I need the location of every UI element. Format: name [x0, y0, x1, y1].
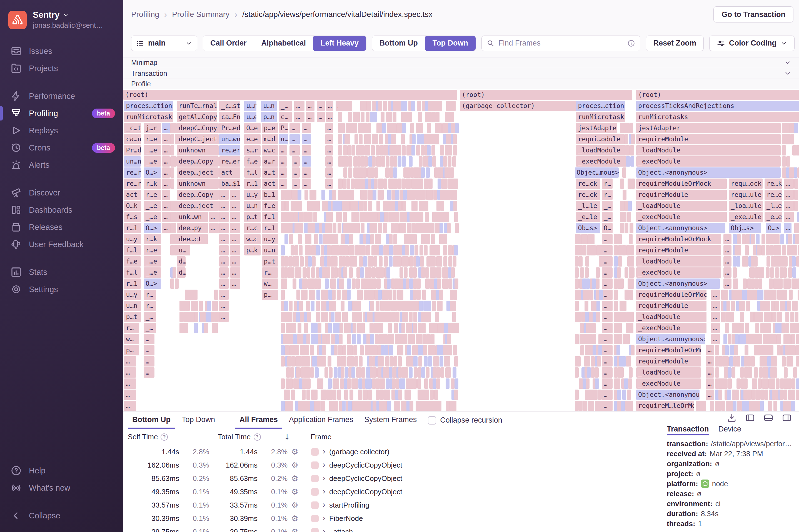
flame-frame[interactable]: [404, 267, 408, 278]
flame-frame[interactable]: [629, 401, 633, 411]
flame-frame[interactable]: [396, 378, 400, 389]
flame-frame[interactable]: [403, 190, 407, 200]
flame-frame[interactable]: [182, 301, 186, 311]
flame-frame[interactable]: re…ck: [576, 190, 600, 200]
flame-frame[interactable]: [430, 390, 434, 400]
flame-frame[interactable]: d…: [177, 267, 186, 278]
flame-frame[interactable]: [791, 334, 795, 344]
flame-frame[interactable]: [303, 401, 307, 411]
flame-frame[interactable]: [742, 301, 745, 311]
flame-frame[interactable]: [453, 290, 457, 300]
flame-frame[interactable]: [627, 356, 631, 366]
flame-frame[interactable]: [787, 301, 791, 311]
flame-frame[interactable]: r…1: [262, 223, 278, 233]
flame-frame[interactable]: [383, 101, 387, 111]
flame-frame[interactable]: [370, 167, 374, 178]
flame-frame[interactable]: …: [230, 267, 240, 278]
flame-frame[interactable]: u…n: [244, 101, 256, 111]
flame-frame[interactable]: Pr…d: [124, 145, 141, 155]
flame-frame[interactable]: [359, 290, 363, 300]
flame-frame[interactable]: p…t: [244, 212, 260, 222]
flame-frame[interactable]: [321, 190, 325, 200]
search-input[interactable]: [498, 39, 623, 48]
flame-frame[interactable]: [737, 256, 740, 267]
flame-frame[interactable]: …: [162, 190, 170, 200]
flame-frame[interactable]: (garbage collector): [460, 101, 576, 111]
flame-frame[interactable]: u…: [279, 134, 288, 145]
flame-frame[interactable]: [342, 345, 346, 356]
flame-frame[interactable]: [579, 401, 582, 411]
flame-frame[interactable]: [795, 312, 798, 322]
flame-frame[interactable]: [782, 356, 786, 366]
flame-frame[interactable]: [722, 401, 725, 411]
flame-frame[interactable]: …: [144, 334, 154, 344]
gear-icon[interactable]: ⚙: [287, 460, 302, 470]
chevron-right-icon[interactable]: ›: [322, 447, 325, 455]
flame-frame[interactable]: [403, 334, 407, 344]
flame-frame[interactable]: [631, 134, 635, 145]
flame-frame[interactable]: [585, 312, 589, 322]
flame-frame[interactable]: [377, 279, 380, 289]
flame-frame[interactable]: [797, 212, 799, 222]
flame-frame[interactable]: f…l: [244, 167, 260, 178]
flame-frame[interactable]: _execModule: [636, 378, 701, 389]
flame-frame[interactable]: [614, 256, 618, 267]
flame-frame[interactable]: …: [602, 267, 613, 278]
flame-frame[interactable]: [289, 401, 293, 411]
flame-frame[interactable]: [363, 334, 367, 344]
flame-frame[interactable]: _…e: [144, 267, 161, 278]
flame-frame[interactable]: r…c: [244, 223, 260, 233]
chevron-right-icon[interactable]: ›: [322, 487, 325, 495]
flame-frame[interactable]: [387, 279, 391, 289]
flame-frame[interactable]: [589, 334, 593, 344]
flame-frame[interactable]: …: [711, 301, 720, 311]
flame-frame[interactable]: [772, 390, 776, 400]
collapse-recursion-checkbox[interactable]: [428, 416, 436, 424]
flame-frame[interactable]: [770, 267, 774, 278]
flame-frame[interactable]: [359, 356, 363, 366]
flame-frame[interactable]: [413, 356, 417, 366]
flame-frame[interactable]: requ…ule: [729, 190, 763, 200]
flame-frame[interactable]: [751, 390, 755, 400]
flame-frame[interactable]: [789, 356, 793, 366]
flame-frame[interactable]: [291, 245, 295, 255]
flame-frame[interactable]: [281, 378, 285, 389]
flame-frame[interactable]: dee…ct: [177, 234, 208, 244]
flame-frame[interactable]: [786, 156, 790, 167]
flame-frame[interactable]: [794, 178, 798, 189]
flame-frame[interactable]: [359, 234, 364, 244]
flame-frame[interactable]: [340, 378, 344, 389]
flame-frame[interactable]: P…: [279, 123, 288, 133]
tab-system-frames[interactable]: System Frames: [360, 412, 421, 429]
flame-frame[interactable]: [598, 345, 602, 356]
flame-frame[interactable]: [775, 267, 779, 278]
flame-frame[interactable]: [728, 378, 732, 389]
table-row[interactable]: 29.75ms 0.1% 29.75ms 0.1% ⚙ ›: [123, 525, 660, 532]
flame-frame[interactable]: u…n: [261, 101, 277, 111]
flame-frame[interactable]: [332, 290, 336, 300]
flame-frame[interactable]: [281, 290, 285, 300]
flame-frame[interactable]: [360, 112, 365, 122]
flame-frame[interactable]: [793, 367, 797, 378]
flame-frame[interactable]: [347, 378, 351, 389]
flame-frame[interactable]: [715, 367, 719, 378]
flame-frame[interactable]: [584, 301, 589, 311]
flame-frame[interactable]: [400, 345, 403, 356]
flame-frame[interactable]: [401, 134, 405, 145]
flame-frame[interactable]: r…: [144, 301, 156, 311]
flame-frame[interactable]: [356, 112, 360, 122]
flame-frame[interactable]: [360, 145, 364, 155]
flame-frame[interactable]: [783, 290, 787, 300]
flame-frame[interactable]: [413, 279, 417, 289]
flame-frame[interactable]: [342, 178, 346, 189]
flame-frame[interactable]: [418, 190, 422, 200]
flame-frame[interactable]: [791, 312, 794, 322]
flame-frame[interactable]: [357, 367, 361, 378]
flame-frame[interactable]: [207, 301, 211, 311]
flame-frame[interactable]: [768, 312, 772, 322]
flame-frame[interactable]: [349, 267, 353, 278]
flame-frame[interactable]: [314, 234, 318, 244]
flame-frame[interactable]: [367, 123, 371, 133]
flame-frame[interactable]: [430, 223, 434, 233]
flame-frame[interactable]: [431, 234, 435, 244]
